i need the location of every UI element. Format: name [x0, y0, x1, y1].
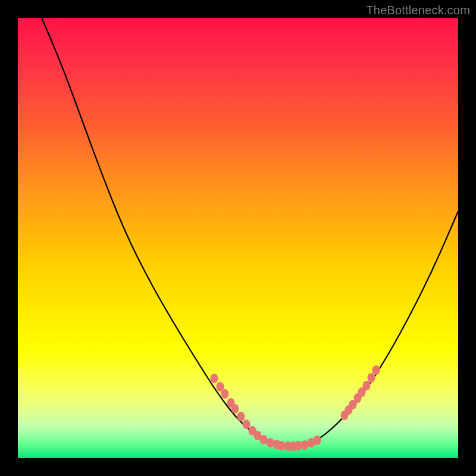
- data-marker: [231, 404, 239, 414]
- data-marker: [278, 441, 286, 450]
- data-marker: [267, 438, 274, 447]
- data-marker: [243, 419, 250, 429]
- data-marker: [295, 441, 302, 450]
- bottleneck-curve: [42, 18, 458, 446]
- data-marker: [372, 365, 380, 375]
- curve-svg: [18, 18, 458, 458]
- watermark-text: TheBottleneck.com: [366, 4, 470, 17]
- data-marker: [237, 412, 245, 421]
- data-markers: [211, 365, 380, 451]
- data-marker: [221, 389, 229, 399]
- data-marker: [314, 436, 321, 445]
- data-marker: [211, 374, 218, 383]
- data-marker: [368, 373, 375, 383]
- data-marker: [363, 381, 371, 390]
- data-marker: [301, 440, 309, 450]
- chart-plot-area: [18, 18, 458, 458]
